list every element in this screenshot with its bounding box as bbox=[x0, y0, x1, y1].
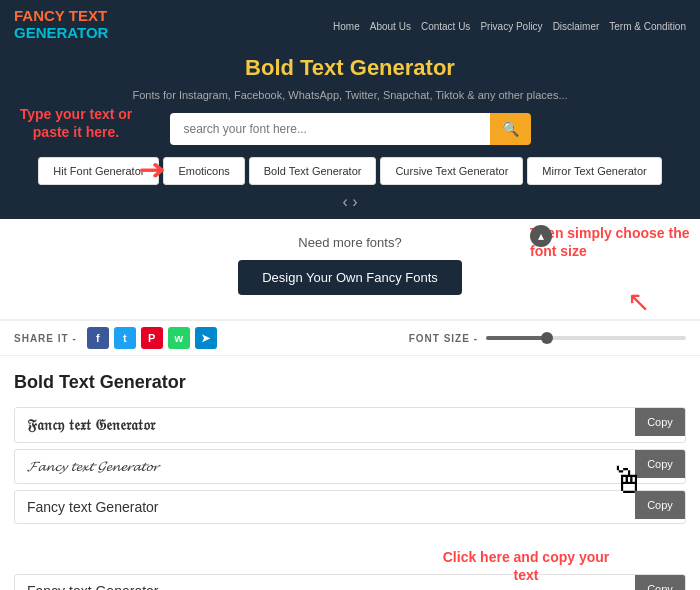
design-own-button[interactable]: Design Your Own Fancy Fonts bbox=[238, 260, 462, 295]
rows-bottom: Fancy text Generator Copy 𝘍𝘢𝘯𝘤𝘺 𝘵𝘦𝘹𝘵 𝘎𝘦𝘯… bbox=[14, 574, 686, 590]
table-row: Fancy text Generator Copy bbox=[14, 490, 686, 524]
copy-button-0[interactable]: Copy bbox=[635, 408, 685, 436]
nav-buttons: Hit Font Generator Emoticons Bold Text G… bbox=[0, 145, 700, 189]
table-row: Fancy text Generator Copy bbox=[14, 574, 686, 590]
font-size-section: FONT SIZE - bbox=[227, 333, 686, 344]
copy-button-1[interactable]: Copy bbox=[635, 450, 685, 478]
text-rows-wrapper: 𝔉𝔞𝔫𝔠𝔶 𝔱𝔢𝔵𝔱 𝔊𝔢𝔫𝔢𝔯𝔞𝔱𝔬𝔯 Copy 𝓕𝓪𝓷𝓬𝔂 𝓽𝓮𝔁𝓽 𝓖𝓮𝓷… bbox=[14, 407, 686, 590]
search-input[interactable] bbox=[170, 113, 490, 145]
table-row: 𝔉𝔞𝔫𝔠𝔶 𝔱𝔢𝔵𝔱 𝔊𝔢𝔫𝔢𝔯𝔞𝔱𝔬𝔯 Copy bbox=[14, 407, 686, 443]
whatsapp-icon[interactable]: w bbox=[168, 327, 190, 349]
copy-button-3[interactable]: Copy bbox=[635, 575, 685, 590]
social-icons: f t P w ➤ bbox=[87, 327, 217, 349]
logo-fancy: FANCY TEXT bbox=[14, 8, 108, 25]
nav-links: Home About Us Contact Us Privacy Policy … bbox=[333, 16, 686, 34]
nav-home[interactable]: Home bbox=[333, 21, 360, 32]
pinterest-icon[interactable]: P bbox=[141, 327, 163, 349]
row-text-0: 𝔉𝔞𝔫𝔠𝔶 𝔱𝔢𝔵𝔱 𝔊𝔢𝔫𝔢𝔯𝔞𝔱𝔬𝔯 bbox=[15, 408, 635, 442]
slider-thumb bbox=[541, 332, 553, 344]
section-title: Bold Text Generator bbox=[14, 372, 686, 393]
main-content: Bold Text Generator 𝔉𝔞𝔫𝔠𝔶 𝔱𝔢𝔵𝔱 𝔊𝔢𝔫𝔢𝔯𝔞𝔱𝔬𝔯… bbox=[0, 356, 700, 590]
btn-mirror-text[interactable]: Mirror Text Generator bbox=[527, 157, 661, 185]
nav-about[interactable]: About Us bbox=[370, 21, 411, 32]
slider-fill bbox=[486, 336, 546, 340]
telegram-icon[interactable]: ➤ bbox=[195, 327, 217, 349]
search-button[interactable]: 🔍 bbox=[490, 113, 531, 145]
hero-subtitle: Fonts for Instagram, Facebook, WhatsApp,… bbox=[20, 89, 680, 101]
nav-disclaimer[interactable]: Disclaimer bbox=[553, 21, 600, 32]
nav-privacy[interactable]: Privacy Policy bbox=[480, 21, 542, 32]
logo: FANCY TEXT GENERATOR bbox=[14, 8, 108, 41]
twitter-icon[interactable]: t bbox=[114, 327, 136, 349]
row-text-1: 𝓕𝓪𝓷𝓬𝔂 𝓽𝓮𝔁𝓽 𝓖𝓮𝓷𝓮𝓻𝓪𝓽𝓸𝓻 bbox=[15, 450, 635, 483]
copy-button-2[interactable]: Copy bbox=[635, 491, 685, 519]
font-size-label: FONT SIZE - bbox=[409, 333, 478, 344]
arrow-right-icon: ➜ bbox=[138, 153, 166, 186]
hero-title: Bold Text Generator bbox=[20, 55, 680, 81]
share-label: SHARE IT - bbox=[14, 333, 77, 344]
btn-emoticons[interactable]: Emoticons bbox=[163, 157, 244, 185]
facebook-icon[interactable]: f bbox=[87, 327, 109, 349]
row-3-wrapper: Fancy text Generator Copy 🖱 Click here a… bbox=[14, 490, 686, 524]
logo-generator: GENERATOR bbox=[14, 25, 108, 42]
need-more-text: Need more fonts? bbox=[298, 235, 401, 250]
top-nav: Home About Us Contact Us Privacy Policy … bbox=[333, 16, 686, 34]
nav-contact[interactable]: Contact Us bbox=[421, 21, 470, 32]
btn-cursive-text[interactable]: Cursive Text Generator bbox=[380, 157, 523, 185]
font-size-slider[interactable] bbox=[486, 336, 686, 340]
arrow-down-icon: ↙ bbox=[627, 287, 650, 320]
row-text-2: Fancy text Generator bbox=[15, 491, 635, 523]
nav-term[interactable]: Term & Condition bbox=[609, 21, 686, 32]
search-wrapper: 🔍 bbox=[20, 113, 680, 145]
row-text-3: Fancy text Generator bbox=[15, 575, 635, 590]
share-bar: SHARE IT - f t P w ➤ FONT SIZE - bbox=[0, 320, 700, 356]
pagination[interactable]: ‹ › bbox=[0, 189, 700, 219]
circle-button[interactable]: ▴ bbox=[530, 225, 552, 247]
mid-section: Then simply choose the font size ▴ ↙ Nee… bbox=[0, 219, 700, 320]
annotation-font-size: Then simply choose the font size bbox=[530, 224, 690, 260]
table-row: 𝓕𝓪𝓷𝓬𝔂 𝓽𝓮𝔁𝓽 𝓖𝓮𝓷𝓮𝓻𝓪𝓽𝓸𝓻 Copy bbox=[14, 449, 686, 484]
btn-bold-text[interactable]: Bold Text Generator bbox=[249, 157, 377, 185]
